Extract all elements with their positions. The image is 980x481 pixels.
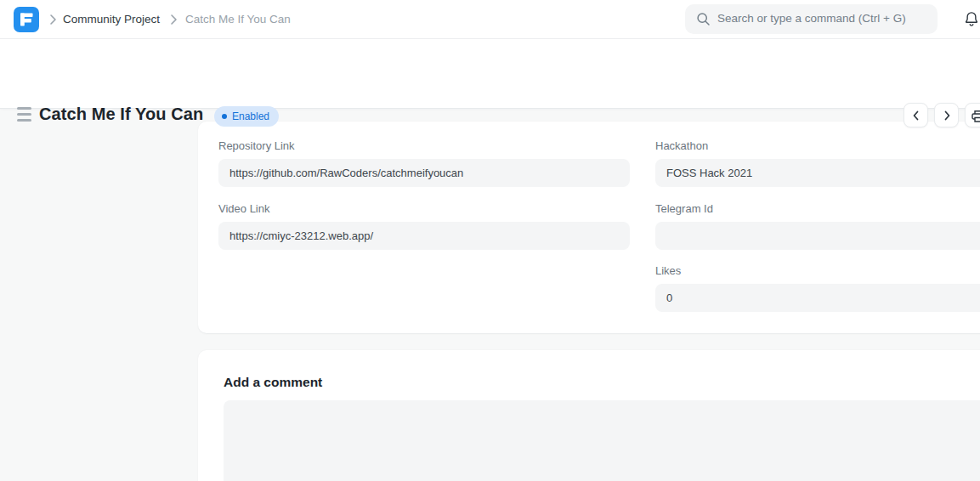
- repository-link-input[interactable]: [218, 159, 630, 187]
- field-telegram-id: Telegram Id: [655, 202, 980, 250]
- add-comment-heading: Add a comment: [224, 375, 322, 390]
- page-head: Catch Me If You Can Enabled: [0, 39, 980, 109]
- breadcrumb-current-doc: Catch Me If You Can: [185, 12, 291, 27]
- chevron-right-icon: [165, 11, 182, 28]
- notifications-bell-icon[interactable]: [961, 8, 980, 31]
- sidebar-toggle-icon[interactable]: [15, 107, 32, 124]
- video-link-input[interactable]: [218, 222, 630, 250]
- search-input[interactable]: Search or type a command (Ctrl + G): [685, 4, 938, 34]
- next-document-button[interactable]: [934, 103, 959, 127]
- print-button[interactable]: [965, 103, 980, 127]
- status-badge: Enabled: [214, 106, 279, 127]
- telegram-id-label: Telegram Id: [655, 202, 980, 215]
- search-icon: [696, 12, 711, 26]
- likes-label: Likes: [655, 264, 980, 277]
- chevron-right-icon: [44, 11, 61, 28]
- breadcrumb-community-project[interactable]: Community Project: [63, 12, 160, 27]
- likes-input[interactable]: [655, 284, 980, 312]
- chevron-right-icon: [941, 110, 953, 122]
- telegram-id-input[interactable]: [655, 222, 980, 250]
- field-likes: Likes: [655, 264, 980, 312]
- top-navbar: Community Project Catch Me If You Can Se…: [0, 0, 980, 39]
- app-window: Community Project Catch Me If You Can Se…: [0, 0, 980, 481]
- printer-icon: [972, 110, 980, 122]
- hackathon-input[interactable]: [655, 159, 980, 187]
- field-hackathon: Hackathon: [655, 139, 980, 187]
- comment-section-card: Add a comment: [198, 350, 980, 481]
- field-repository-link: Repository Link: [218, 139, 630, 187]
- frappe-logo-icon[interactable]: [14, 7, 39, 32]
- chevron-left-icon: [910, 110, 922, 122]
- field-video-link: Video Link: [218, 202, 630, 250]
- page-title: Catch Me If You Can: [39, 105, 203, 124]
- status-dot-icon: [222, 114, 227, 119]
- comment-textarea[interactable]: [224, 400, 980, 481]
- repository-link-label: Repository Link: [218, 139, 630, 152]
- video-link-label: Video Link: [218, 202, 630, 215]
- status-badge-label: Enabled: [232, 110, 269, 122]
- prev-document-button[interactable]: [904, 103, 928, 127]
- hackathon-label: Hackathon: [655, 139, 980, 152]
- document-fields-card: Repository Link Hackathon Video Link Tel…: [198, 122, 980, 333]
- search-placeholder: Search or type a command (Ctrl + G): [717, 12, 906, 25]
